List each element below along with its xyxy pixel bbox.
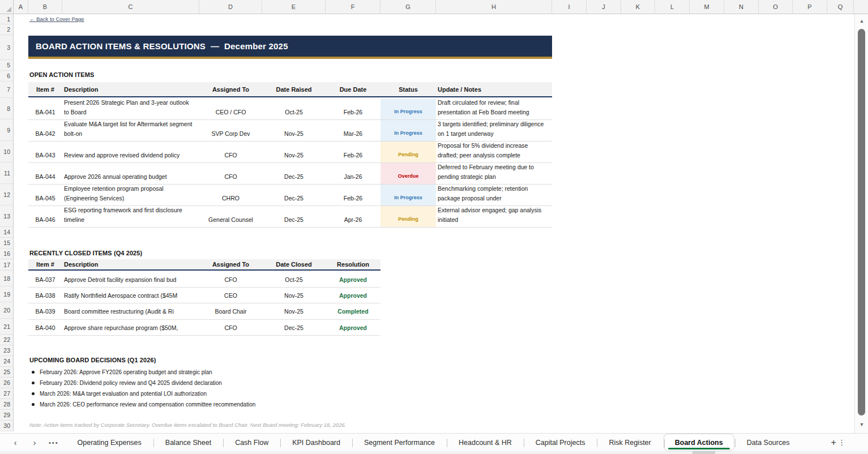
- assigned-to-cell[interactable]: General Counsel: [199, 206, 262, 227]
- item-number-cell[interactable]: BA-040: [28, 324, 62, 331]
- column-header-m[interactable]: M: [690, 0, 724, 14]
- row-header-30[interactable]: 30: [0, 421, 13, 431]
- row-header-23[interactable]: 23: [0, 345, 13, 356]
- row-header-13[interactable]: 13: [0, 205, 13, 227]
- row-header-6[interactable]: 6: [0, 71, 13, 82]
- row-header-14[interactable]: 14: [0, 227, 13, 238]
- row-header-2[interactable]: 2: [0, 24, 13, 35]
- update-notes-cell[interactable]: Draft circulated for review; final prese…: [436, 98, 552, 119]
- due-date-cell[interactable]: Feb-26: [326, 185, 380, 205]
- row-header-8[interactable]: 8: [0, 98, 13, 119]
- column-header-i[interactable]: I: [552, 0, 587, 14]
- tab-overflow-menu-icon[interactable]: ⋮: [838, 438, 845, 447]
- column-header-o[interactable]: O: [759, 0, 793, 14]
- description-cell[interactable]: Evaluate M&A target list for Aftermarket…: [62, 120, 199, 141]
- column-header-p[interactable]: P: [793, 0, 827, 14]
- due-date-cell[interactable]: Apr-26: [326, 206, 380, 227]
- date-raised-cell[interactable]: Oct-25: [262, 98, 326, 119]
- vertical-scrollbar-thumb[interactable]: [858, 29, 865, 416]
- due-date-cell[interactable]: Jan-26: [326, 163, 380, 184]
- item-number-cell[interactable]: BA-039: [28, 308, 62, 315]
- update-notes-cell[interactable]: Benchmarking complete; retention package…: [436, 185, 552, 205]
- resolution-cell[interactable]: Approved: [326, 324, 380, 331]
- assigned-to-cell[interactable]: Board Chair: [199, 308, 262, 315]
- description-cell[interactable]: Approve 2026 annual operating budget: [62, 163, 199, 184]
- due-date-cell[interactable]: Feb-26: [326, 142, 380, 162]
- status-badge[interactable]: In Progress: [380, 185, 436, 205]
- vertical-scrollbar[interactable]: ▲ ▼: [854, 14, 868, 433]
- date-raised-cell[interactable]: Nov-25: [262, 120, 326, 141]
- row-header-9[interactable]: 9: [0, 119, 13, 141]
- sheet-tab-operating-expenses[interactable]: Operating Expenses: [66, 434, 153, 451]
- column-header-d[interactable]: D: [199, 0, 262, 14]
- description-cell[interactable]: Employee retention program proposal (Eng…: [62, 185, 199, 205]
- status-badge[interactable]: In Progress: [380, 120, 436, 141]
- horizontal-scrollbar[interactable]: [0, 451, 868, 454]
- row-header-21[interactable]: 21: [0, 319, 13, 335]
- resolution-cell[interactable]: Approved: [326, 276, 380, 283]
- assigned-to-cell[interactable]: CEO: [199, 292, 262, 299]
- description-cell[interactable]: ESG reporting framework and first disclo…: [62, 206, 199, 227]
- row-header-12[interactable]: 12: [0, 184, 13, 205]
- item-number-cell[interactable]: BA-046: [28, 206, 62, 227]
- assigned-to-cell[interactable]: SVP Corp Dev: [199, 120, 262, 141]
- column-header-l[interactable]: L: [655, 0, 690, 14]
- status-badge[interactable]: Pending: [380, 206, 436, 227]
- sheet-tab-data-sources[interactable]: Data Sources: [735, 434, 802, 451]
- row-header-20[interactable]: 20: [0, 302, 13, 319]
- sheet-tab-risk-register[interactable]: Risk Register: [597, 434, 662, 451]
- description-cell[interactable]: Ratify Northfield Aerospace contract ($4…: [62, 292, 199, 299]
- row-header-7[interactable]: 7: [0, 82, 13, 98]
- resolution-cell[interactable]: Approved: [326, 292, 380, 299]
- status-badge[interactable]: Pending: [380, 142, 436, 162]
- description-cell[interactable]: Present 2026 Strategic Plan and 3-year o…: [62, 98, 199, 119]
- sheet-tab-kpi-dashboard[interactable]: KPI Dashboard: [280, 434, 352, 451]
- description-cell[interactable]: Approve Detroit facility expansion final…: [62, 276, 199, 283]
- select-all-corner[interactable]: [0, 0, 14, 14]
- column-header-a[interactable]: A: [14, 0, 28, 14]
- item-number-cell[interactable]: BA-038: [28, 292, 62, 299]
- date-closed-cell[interactable]: Nov-25: [262, 292, 326, 299]
- row-header-26[interactable]: 26: [0, 378, 13, 388]
- due-date-cell[interactable]: Mar-26: [326, 120, 380, 141]
- column-header-h[interactable]: H: [436, 0, 552, 14]
- row-header-10[interactable]: 10: [0, 141, 13, 162]
- row-header-24[interactable]: 24: [0, 356, 13, 367]
- column-header-c[interactable]: C: [62, 0, 199, 14]
- due-date-cell[interactable]: Feb-26: [326, 98, 380, 119]
- row-header-25[interactable]: 25: [0, 367, 13, 378]
- update-notes-cell[interactable]: 3 targets identified; preliminary dilige…: [436, 120, 552, 141]
- sheet-tab-board-actions[interactable]: Board Actions: [664, 434, 734, 451]
- column-header-n[interactable]: N: [724, 0, 759, 14]
- item-number-cell[interactable]: BA-044: [28, 163, 62, 184]
- row-header-17[interactable]: 17: [0, 259, 13, 271]
- description-cell[interactable]: Review and approve revised dividend poli…: [62, 142, 199, 162]
- item-number-cell[interactable]: BA-042: [28, 120, 62, 141]
- item-number-cell[interactable]: BA-045: [28, 185, 62, 205]
- sheet-tab-segment-performance[interactable]: Segment Performance: [352, 434, 447, 451]
- update-notes-cell[interactable]: External advisor engaged; gap analysis i…: [436, 206, 552, 227]
- date-raised-cell[interactable]: Dec-25: [262, 206, 326, 227]
- column-header-e[interactable]: E: [262, 0, 326, 14]
- row-header-18[interactable]: 18: [0, 271, 13, 286]
- column-header-g[interactable]: G: [380, 0, 436, 14]
- back-to-cover-link[interactable]: ← Back to Cover Page: [29, 16, 84, 22]
- column-header-q[interactable]: Q: [827, 0, 854, 14]
- sheet-tab-cash-flow[interactable]: Cash Flow: [223, 434, 280, 451]
- date-raised-cell[interactable]: Nov-25: [262, 142, 326, 162]
- sheet-tab-headcount-hr[interactable]: Headcount & HR: [447, 434, 524, 451]
- item-number-cell[interactable]: BA-037: [28, 276, 62, 283]
- row-header-15[interactable]: 15: [0, 238, 13, 249]
- row-header-28[interactable]: 28: [0, 399, 13, 410]
- assigned-to-cell[interactable]: CFO: [199, 163, 262, 184]
- column-header-b[interactable]: B: [28, 0, 62, 14]
- assigned-to-cell[interactable]: CFO: [199, 276, 262, 283]
- scroll-up-icon[interactable]: ▲: [855, 18, 868, 24]
- status-badge[interactable]: Overdue: [380, 163, 436, 184]
- description-cell[interactable]: Approve share repurchase program ($50M,: [62, 324, 199, 331]
- column-header-f[interactable]: F: [326, 0, 380, 14]
- assigned-to-cell[interactable]: CFO: [199, 324, 262, 331]
- tab-scroll-right-icon[interactable]: ›: [28, 438, 41, 447]
- all-sheets-icon[interactable]: •••: [49, 439, 59, 446]
- sheet-tab-balance-sheet[interactable]: Balance Sheet: [153, 434, 223, 451]
